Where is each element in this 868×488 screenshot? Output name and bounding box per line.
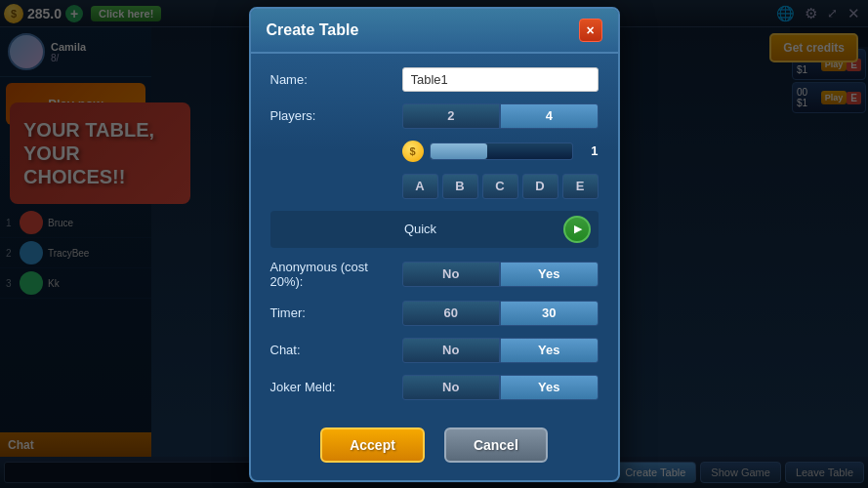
- create-table-modal: Create Table × Name: Players: 2 4: [249, 7, 620, 482]
- name-input[interactable]: [402, 67, 599, 92]
- players-row: Players: 2 4: [270, 103, 599, 129]
- letter-btn-c[interactable]: C: [482, 174, 518, 199]
- cancel-button[interactable]: Cancel: [444, 427, 548, 463]
- letter-btn-e[interactable]: E: [562, 174, 599, 199]
- players-label: Players:: [270, 108, 402, 123]
- letters-control: A B C D E: [402, 174, 599, 199]
- letter-btn-b[interactable]: B: [442, 174, 478, 199]
- joker-control: No Yes: [402, 375, 599, 400]
- chat-no[interactable]: No: [402, 338, 501, 363]
- modal-overlay: Create Table × Name: Players: 2 4: [0, 0, 868, 488]
- joker-toggle: No Yes: [402, 375, 599, 400]
- joker-label: Joker Meld:: [270, 380, 402, 394]
- letter-btn-a[interactable]: A: [402, 174, 438, 199]
- timer-control: 60 30: [402, 301, 599, 326]
- chat-yes[interactable]: Yes: [500, 338, 599, 363]
- timer-60[interactable]: 60: [402, 301, 501, 326]
- modal-body: Name: Players: 2 4: [251, 54, 618, 414]
- anonymous-control: No Yes: [402, 262, 599, 287]
- name-label: Name:: [270, 72, 402, 87]
- chat-row-label: Chat:: [270, 343, 402, 357]
- joker-row: Joker Meld: No Yes: [270, 375, 599, 400]
- letter-options: A B C D E: [402, 174, 599, 199]
- anonymous-toggle: No Yes: [402, 262, 599, 287]
- accept-button[interactable]: Accept: [320, 427, 425, 463]
- anonymous-no[interactable]: No: [402, 262, 501, 287]
- bet-value: 1: [579, 143, 599, 158]
- players-toggle: 2 4: [402, 103, 599, 129]
- anonymous-label: Anonymous (cost 20%):: [270, 260, 402, 289]
- anonymous-row: Anonymous (cost 20%): No Yes: [270, 260, 599, 289]
- chat-control: No Yes: [402, 338, 599, 363]
- bet-row: $ 1: [270, 141, 599, 162]
- bet-coin-icon: $: [402, 141, 424, 162]
- quick-label: Quick: [278, 222, 563, 236]
- bet-slider[interactable]: [430, 142, 573, 160]
- players-option-4[interactable]: 4: [500, 103, 599, 129]
- players-option-2[interactable]: 2: [402, 103, 501, 129]
- bet-row-inner: $ 1: [402, 141, 599, 162]
- anonymous-yes[interactable]: Yes: [500, 262, 599, 287]
- timer-row: Timer: 60 30: [270, 301, 599, 326]
- quick-play-button[interactable]: [563, 216, 591, 243]
- chat-toggle: No Yes: [402, 338, 599, 363]
- bet-control: $ 1: [402, 141, 599, 162]
- timer-label: Timer:: [270, 305, 402, 320]
- name-control: [402, 67, 599, 92]
- timer-toggle: 60 30: [402, 301, 599, 326]
- name-row: Name:: [270, 67, 599, 92]
- modal-header: Create Table ×: [251, 9, 618, 54]
- joker-yes[interactable]: Yes: [500, 375, 599, 400]
- letter-btn-d[interactable]: D: [522, 174, 558, 199]
- modal-title: Create Table: [267, 21, 359, 39]
- modal-close-button[interactable]: ×: [579, 19, 602, 42]
- letters-row: A B C D E: [270, 174, 599, 199]
- bet-slider-fill: [431, 143, 487, 159]
- joker-no[interactable]: No: [402, 375, 501, 400]
- quick-section: Quick: [270, 211, 599, 248]
- players-control: 2 4: [402, 103, 599, 129]
- modal-footer: Accept Cancel: [251, 414, 618, 480]
- timer-30[interactable]: 30: [500, 301, 599, 326]
- chat-row: Chat: No Yes: [270, 338, 599, 363]
